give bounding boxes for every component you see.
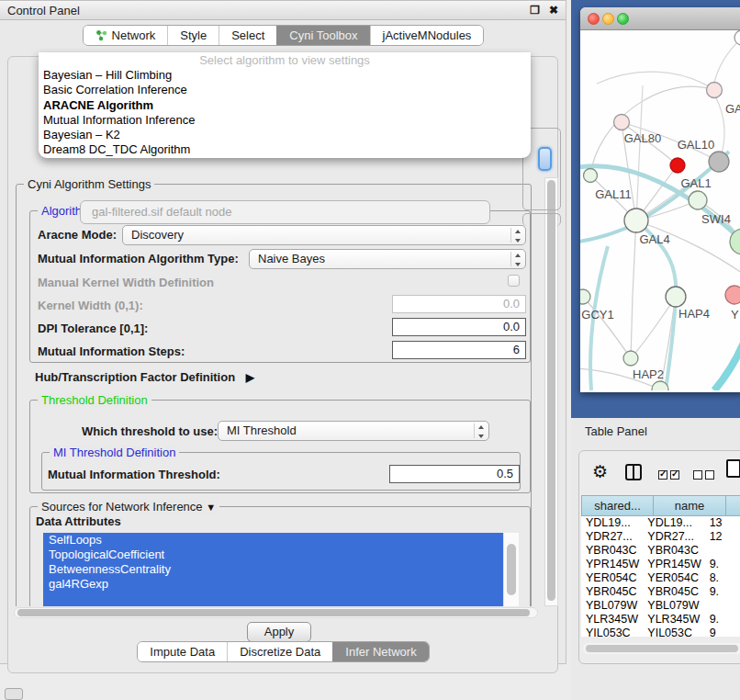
- select-all-icon[interactable]: [658, 470, 679, 480]
- control-panel-title: Control Panel: [7, 4, 521, 17]
- table-row[interactable]: YBR043CYBR043C: [581, 544, 740, 558]
- column-header-col2[interactable]: [726, 495, 740, 516]
- settings-vscrollbar-thumb[interactable]: [547, 180, 555, 601]
- table-row[interactable]: YDR27...YDR27...12: [581, 530, 740, 544]
- page-icon[interactable]: [726, 459, 740, 478]
- attribute-item-gal4rgexp[interactable]: gal4RGexp: [43, 577, 503, 592]
- table-cell: YIL053C: [581, 627, 643, 637]
- settings-hscrollbar-track[interactable]: [14, 607, 538, 618]
- attributes-scrollbar-thumb[interactable]: [507, 544, 516, 595]
- dpi-tolerance-field[interactable]: 0.0: [392, 318, 526, 336]
- table-row[interactable]: YPR145WYPR145W9.: [581, 558, 740, 571]
- which-threshold-select[interactable]: MI Threshold: [218, 421, 489, 441]
- mi-type-select[interactable]: Naive Bayes: [249, 249, 526, 269]
- table-cell: 13: [705, 516, 740, 530]
- attribute-item-betweennesscentrality[interactable]: BetweennessCentrality: [43, 562, 503, 577]
- columns-icon[interactable]: [625, 464, 642, 480]
- zoom-traffic-light[interactable]: [617, 13, 629, 25]
- threshold-definition-group: Threshold Definition Which threshold to …: [29, 400, 531, 493]
- network-canvas[interactable]: GALGAL80GAL10GAL11GAL1SWI4GAL4GCY1HAP4YH…: [580, 30, 740, 390]
- aracne-mode-select[interactable]: Discovery: [122, 225, 526, 245]
- stepper-icon: [510, 228, 523, 243]
- network-node[interactable]: [614, 115, 630, 130]
- algorithm-option-mutual-information-inference[interactable]: Mutual Information Inference: [39, 113, 531, 128]
- network-node[interactable]: [670, 158, 685, 173]
- bottom-tab-discretize-data[interactable]: Discretize Data: [227, 642, 332, 661]
- apply-button[interactable]: Apply: [247, 622, 311, 642]
- node-label-swi4: SWI4: [701, 212, 731, 226]
- mi-threshold-group: MI Threshold Definition Mutual Informati…: [41, 452, 521, 491]
- network-edge: [636, 85, 643, 220]
- minimize-traffic-light[interactable]: [602, 13, 614, 25]
- table-row[interactable]: YBL079WYBL079W: [581, 599, 740, 613]
- table-cell: 12: [705, 530, 740, 544]
- attribute-item-topologicalcoefficient[interactable]: TopologicalCoefficient: [43, 548, 503, 562]
- network-node[interactable]: [624, 209, 648, 232]
- column-header-name[interactable]: name: [654, 495, 726, 516]
- network-node[interactable]: [666, 287, 686, 307]
- close-button[interactable]: ✖: [549, 4, 558, 17]
- algorithm-option-bayesian-hill-climbing[interactable]: Bayesian – Hill Climbing: [39, 68, 531, 83]
- kernel-width-field[interactable]: 0.0: [392, 295, 526, 313]
- manual-kernel-label: Manual Kernel Width Definition: [38, 276, 214, 289]
- bottom-tab-impute-data[interactable]: Impute Data: [138, 642, 227, 661]
- network-node[interactable]: [709, 152, 729, 172]
- column-header-shared[interactable]: shared...: [581, 495, 654, 516]
- algorithm-option-dream8-dc-tdc-algorithm[interactable]: Dream8 DC_TDC Algorithm: [39, 142, 531, 157]
- network-canvas-wrap[interactable]: GALGAL80GAL10GAL11GAL1SWI4GAL4GCY1HAP4YH…: [580, 30, 740, 390]
- manual-kernel-checkbox[interactable]: [508, 275, 520, 287]
- table-row[interactable]: YBR045CYBR045C9.: [581, 585, 740, 599]
- table-hscrollbar-track[interactable]: [583, 643, 740, 654]
- tab-cyni-toolbox[interactable]: Cyni Toolbox: [276, 26, 369, 45]
- algorithm-option-bayesian-k2[interactable]: Bayesian – K2: [39, 128, 531, 142]
- gear-icon[interactable]: ⚙: [592, 461, 608, 482]
- hub-definition-text: Hub/Transcription Factor Definition: [35, 370, 235, 384]
- tab-jactivemnodules[interactable]: jActiveMNodules: [370, 26, 484, 45]
- network-node[interactable]: [725, 286, 740, 304]
- settings-vscrollbar-track[interactable]: [544, 177, 558, 606]
- network-selector-combo[interactable]: gal-filtered.sif default node: [80, 200, 490, 224]
- float-button[interactable]: ❒: [530, 4, 540, 17]
- collapsed-panel-button[interactable]: [5, 688, 23, 700]
- network-node[interactable]: [734, 30, 740, 45]
- table-row[interactable]: YDL19...YDL19...13: [581, 516, 740, 530]
- table-row[interactable]: YIL053CYIL053C9: [581, 627, 740, 637]
- network-node[interactable]: [584, 169, 598, 183]
- cyni-algorithm-settings-group: Cyni Algorithm Settings Algorithm Defini…: [16, 184, 532, 606]
- table-row[interactable]: YLR345WYLR345W9.: [581, 613, 740, 627]
- tab-cyni-toolbox-label: Cyni Toolbox: [289, 26, 357, 45]
- mi-threshold-field[interactable]: 0.5: [389, 465, 520, 483]
- table-row[interactable]: YER054CYER054C8.: [581, 571, 740, 585]
- network-node[interactable]: [689, 191, 707, 209]
- network-window-titlebar[interactable]: [580, 7, 740, 30]
- network-node[interactable]: [707, 83, 723, 98]
- tab-select[interactable]: Select: [219, 26, 276, 45]
- mi-steps-field[interactable]: 6: [392, 341, 526, 359]
- focused-stepper-fragment[interactable]: [538, 147, 552, 171]
- attribute-item-selfloops[interactable]: SelfLoops: [43, 533, 503, 548]
- collapse-down-icon[interactable]: ▼: [206, 502, 216, 513]
- settings-hscrollbar-thumb[interactable]: [17, 609, 530, 616]
- close-traffic-light[interactable]: [588, 13, 600, 25]
- aracne-mode-label: Aracne Mode:: [38, 228, 117, 242]
- which-threshold-label: Which threshold to use:: [82, 424, 218, 438]
- table-cell: YDL19...: [581, 516, 643, 530]
- table-cell: 9.: [705, 558, 740, 571]
- table-cell: 9.: [705, 585, 740, 599]
- attributes-scrollbar-track[interactable]: [503, 533, 519, 606]
- bottom-tab-infer-network[interactable]: Infer Network: [332, 642, 428, 661]
- tab-style[interactable]: Style: [167, 26, 219, 45]
- network-node[interactable]: [580, 289, 590, 304]
- tab-network-label: Network: [112, 26, 156, 45]
- data-attributes-list[interactable]: SelfLoopsTopologicalCoefficientBetweenne…: [43, 533, 519, 606]
- algorithm-option-basic-correlation-inference[interactable]: Basic Correlation Inference: [39, 83, 531, 97]
- stepper-icon: [510, 252, 523, 266]
- algorithm-option-aracne-algorithm[interactable]: ARACNE Algorithm: [39, 98, 531, 113]
- tab-network[interactable]: Network: [84, 26, 168, 45]
- hub-definition-label[interactable]: Hub/Transcription Factor Definition ▶: [35, 370, 254, 384]
- deselect-all-icon[interactable]: [693, 470, 714, 480]
- table-hscrollbar-thumb[interactable]: [586, 645, 738, 652]
- node-label-gal4: GAL4: [639, 232, 669, 246]
- expand-right-icon[interactable]: ▶: [246, 371, 254, 384]
- network-node[interactable]: [623, 351, 638, 366]
